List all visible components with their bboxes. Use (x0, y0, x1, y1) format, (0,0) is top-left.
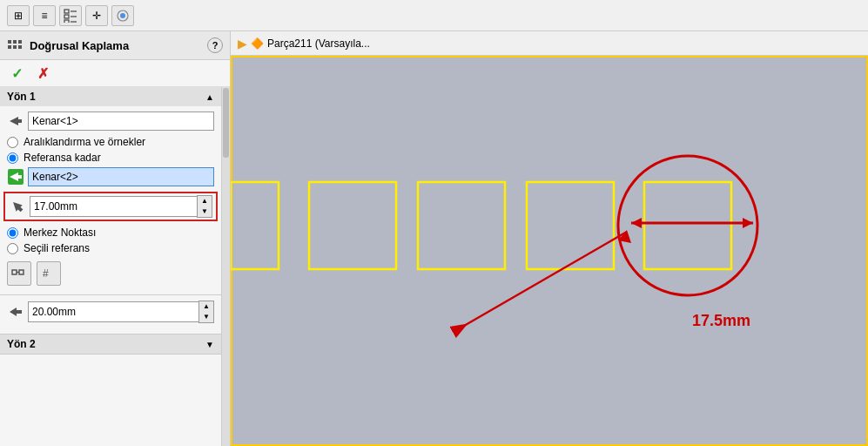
section-yon1: Yön 1 ▲ A (0, 87, 221, 295)
diagonal-arrow (464, 232, 627, 326)
selected-ref-radio[interactable] (7, 243, 18, 254)
distance2-row: ▲ ▼ (7, 301, 214, 323)
annotations-svg: 17.5mm (231, 56, 868, 446)
count-icon-btn[interactable]: # (37, 261, 61, 286)
svg-rect-2 (64, 20, 69, 23)
breadcrumb-text: Parça211 (Varsayıla... (267, 37, 370, 50)
svg-rect-8 (8, 40, 11, 44)
distance-input[interactable] (30, 196, 197, 217)
spacing-radio[interactable] (7, 137, 18, 148)
distance2-input[interactable] (28, 301, 198, 322)
scrollbar-thumb[interactable] (223, 88, 229, 158)
selected-ref-label[interactable]: Seçili referans (24, 242, 90, 254)
chevron-down-icon: ▼ (205, 340, 214, 349)
edge1-row (7, 112, 214, 131)
spacing-radio-label[interactable]: Aralıklandırma ve örnekler (24, 136, 145, 148)
canvas-content: 17.5mm (231, 56, 868, 446)
confirm-button[interactable]: ✓ (7, 64, 26, 83)
pattern-rect-2 (309, 182, 396, 269)
icon-btn-row: # (7, 258, 214, 289)
svg-point-7 (120, 13, 125, 18)
edge1-input[interactable] (28, 112, 214, 131)
left-panel: Doğrusal Kaplama ? ✓ ✗ Yön 1 ▲ (0, 31, 231, 446)
arrow-right-head (743, 218, 753, 228)
linear-pattern-icon (7, 37, 24, 54)
svg-rect-17 (12, 270, 17, 274)
edge2-input[interactable] (28, 167, 214, 186)
panel-title: Doğrusal Kaplama (7, 37, 129, 54)
svg-rect-10 (18, 40, 22, 44)
direction-arrow-icon (7, 112, 24, 130)
addins-tab[interactable]: ✛ (85, 5, 108, 26)
distance-row: ▲ ▼ (3, 192, 218, 221)
distance-increment[interactable]: ▲ (198, 196, 212, 206)
svg-marker-14 (10, 117, 22, 125)
svg-text:#: # (43, 267, 49, 280)
pattern-icon-btn[interactable] (7, 261, 31, 286)
svg-rect-12 (13, 45, 17, 49)
scrollbar-track[interactable] (221, 87, 230, 446)
svg-rect-0 (64, 10, 69, 13)
section-yon2-title: Yön 2 (7, 338, 36, 350)
reference-radio[interactable] (7, 152, 18, 164)
canvas-area: ▶ 🔶 Parça211 (Varsayıla... (231, 31, 868, 446)
properties-tab[interactable]: ≡ (33, 5, 56, 26)
edge2-icon (7, 168, 24, 186)
pattern-rect-5 (644, 182, 731, 269)
svg-rect-1 (64, 15, 69, 18)
main-area: Doğrusal Kaplama ? ✓ ✗ Yön 1 ▲ (0, 31, 868, 446)
pattern-rect-1 (231, 182, 279, 269)
section-yon1-header[interactable]: Yön 1 ▲ (0, 87, 221, 106)
center-point-label[interactable]: Merkez Noktası (24, 226, 96, 239)
distance2-increment[interactable]: ▲ (199, 301, 213, 312)
pattern-rect-4 (527, 182, 614, 269)
svg-marker-16 (10, 199, 25, 214)
svg-rect-11 (8, 45, 11, 49)
distance-icon (9, 198, 26, 215)
tree-tab[interactable] (59, 5, 82, 26)
distance2-spinner: ▲ ▼ (28, 301, 214, 323)
arrow-left-head (631, 218, 642, 228)
appearances-tab[interactable] (111, 5, 134, 26)
section-yon1-content: Aralıklandırma ve örnekler Referansa kad… (0, 106, 221, 294)
chevron-up-icon: ▲ (205, 92, 214, 102)
breadcrumb-icon: ▶ (238, 37, 247, 51)
reference-radio-label[interactable]: Referansa kadar (24, 152, 101, 164)
svg-rect-18 (19, 270, 24, 274)
cancel-button[interactable]: ✗ (33, 64, 52, 83)
panel-title-text: Doğrusal Kaplama (30, 39, 129, 52)
panel-content: Yön 1 ▲ A (0, 87, 221, 446)
distance-decrement[interactable]: ▼ (198, 206, 212, 217)
panel-header: Doğrusal Kaplama ? (0, 31, 230, 60)
top-toolbar: ⊞ ≡ ✛ (0, 0, 868, 31)
breadcrumb-bar: ▶ 🔶 Parça211 (Varsayıla... (231, 31, 868, 56)
pattern-rect-3 (418, 182, 505, 269)
center-point-row: Merkez Noktası (7, 226, 214, 239)
breadcrumb-part-icon: 🔶 (251, 37, 264, 50)
features-tab[interactable]: ⊞ (7, 5, 30, 26)
svg-rect-9 (13, 40, 17, 44)
svg-marker-15 (10, 172, 22, 181)
section-yon2: Yön 2 ▼ (0, 334, 221, 355)
spacing-radio-row: Aralıklandırma ve örnekler (7, 136, 214, 148)
help-button[interactable]: ? (207, 37, 223, 53)
svg-marker-21 (10, 307, 22, 316)
distance-spinner: ▲ ▼ (30, 195, 212, 218)
center-point-radio[interactable] (7, 227, 18, 239)
svg-rect-13 (18, 45, 22, 49)
distance2-icon (7, 303, 24, 321)
section-yon2-header[interactable]: Yön 2 ▼ (0, 334, 221, 354)
section-yon1-title: Yön 1 (7, 91, 36, 103)
edge2-row (7, 167, 214, 186)
selected-ref-row: Seçili referans (7, 242, 214, 254)
distance2-decrement[interactable]: ▼ (199, 312, 213, 322)
reference-radio-row: Referansa kadar (7, 152, 214, 164)
action-buttons: ✓ ✗ (0, 60, 230, 87)
annotation-text: 17.5mm (692, 312, 750, 329)
